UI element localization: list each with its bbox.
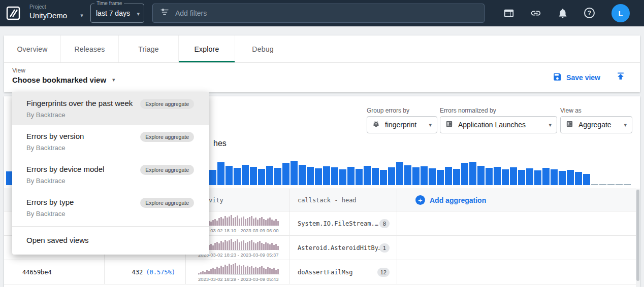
backtrace-explore-screen: Project UnityDemo ▾ Time frame last 7 da… (0, 0, 644, 287)
tab-explore[interactable]: Explore (179, 35, 235, 62)
bookmarked-view-dropdown[interactable]: Choose bookmarked view ▾ (12, 76, 115, 84)
explore-aggregate-badge: Explore aggregate (140, 99, 194, 109)
filters-input[interactable] (175, 9, 460, 17)
project-value: UnityDemo (29, 11, 67, 20)
explore-aggregate-badge: Explore aggregate (140, 198, 194, 208)
view-as-select[interactable]: Aggregate ▾ (560, 116, 632, 133)
activity-sparkline (198, 215, 279, 226)
activity-sparkline (198, 264, 279, 275)
activity-date-range: 2023-03-02 18:10 - 2023-03-09 06:00 (198, 228, 289, 233)
explore-aggregate-badge: Explore aggregate (140, 132, 194, 142)
chevron-down-icon: ▾ (624, 122, 627, 128)
chevron-down-icon: ▾ (137, 11, 140, 17)
tab-releases[interactable]: Releases (61, 35, 119, 62)
explore-aggregate-badge: Explore aggregate (140, 165, 194, 175)
view-as-label: View as (560, 107, 582, 114)
publish-view-icon[interactable] (616, 71, 626, 83)
help-icon[interactable]: ? (584, 8, 595, 18)
group-by-select[interactable]: fingerprint ▾ (367, 116, 437, 133)
menu-item-errors-by-version[interactable]: Errors by version Explore aggregate By B… (12, 125, 209, 158)
project-label: Project (29, 4, 83, 10)
menu-item-fingerprints-over-past-week[interactable]: Fingerprints over the past week Explore … (12, 92, 209, 125)
tab-triage[interactable]: Triage (119, 35, 179, 62)
filters-bar[interactable] (152, 4, 485, 23)
header-callstack-head[interactable]: callstack - head (289, 189, 397, 211)
timeframe-label: Time frame (94, 1, 124, 6)
activity-date-range: 2023-03-02 18:23 - 2023-03-09 05:37 (198, 252, 289, 258)
chevron-down-icon: ▾ (549, 122, 552, 128)
callstack-count-badge: 8 (379, 219, 390, 228)
vertical-scrollbar[interactable] (636, 189, 640, 287)
add-aggregation-button[interactable]: + Add aggregation (397, 189, 636, 211)
callstack-count-badge: 1 (379, 243, 390, 253)
chevron-down-icon: ▾ (429, 122, 432, 128)
scrollbar-thumb[interactable] (636, 190, 639, 281)
top-bar: Project UnityDemo ▾ Time frame last 7 da… (0, 0, 644, 26)
chevron-down-icon: ▾ (112, 77, 115, 83)
menu-item-open-saved-views[interactable]: Open saved views (12, 229, 209, 252)
user-avatar[interactable]: L (611, 4, 630, 22)
menu-item-errors-by-type[interactable]: Errors by type Explore aggregate By Back… (12, 191, 209, 224)
list-ballot-icon (445, 120, 453, 130)
dashboard-view-icon[interactable] (503, 8, 514, 19)
activity-date-range: 2023-03-02 18:29 - 2023-03-09 05:43 (198, 276, 289, 282)
project-selector[interactable]: Project UnityDemo ▾ (29, 4, 83, 20)
navigation-card: Overview Releases Triage Explore Debug V… (4, 35, 640, 92)
group-errors-by-label: Group errors by (367, 107, 409, 114)
plus-circle-icon: + (415, 195, 425, 205)
callstack-count-badge: 12 (377, 268, 390, 277)
section-title-fragment: hes (213, 139, 227, 148)
fingerprint-bug-icon (372, 120, 380, 130)
normalized-by-select[interactable]: Application Launches ▾ (440, 116, 557, 133)
chevron-down-icon: ▾ (80, 13, 83, 18)
save-icon (553, 72, 562, 83)
filter-icon (160, 8, 169, 19)
fingerprint-hash: 44659be4 (22, 269, 52, 276)
errors-normalized-by-label: Errors normalized by (440, 107, 496, 114)
activity-sparkline (198, 239, 279, 250)
bookmarked-views-menu: Fingerprints over the past week Explore … (12, 92, 209, 255)
share-link-icon[interactable] (530, 8, 541, 19)
timeframe-value: last 7 days (96, 9, 130, 17)
tab-debug[interactable]: Debug (235, 35, 291, 62)
timeframe-selector[interactable]: Time frame last 7 days ▾ (90, 4, 144, 23)
menu-item-errors-by-device-model[interactable]: Errors by device model Explore aggregate… (12, 158, 209, 191)
tab-bar: Overview Releases Triage Explore Debug (4, 35, 640, 63)
table-row[interactable]: 44659be4 432(0.575%) 2023-03-02 18:29 - … (4, 260, 636, 284)
count-percentage-link[interactable]: (0.575%) (146, 269, 175, 276)
save-view-button[interactable]: Save view (553, 72, 600, 83)
backtrace-logo-icon[interactable] (6, 6, 20, 23)
list-ballot-icon (566, 120, 573, 130)
tab-overview[interactable]: Overview (4, 35, 61, 62)
view-label: View (12, 67, 25, 74)
view-bar: View Choose bookmarked view ▾ Save view (4, 63, 640, 92)
menu-divider (12, 226, 209, 227)
notifications-bell-icon[interactable] (557, 8, 568, 19)
